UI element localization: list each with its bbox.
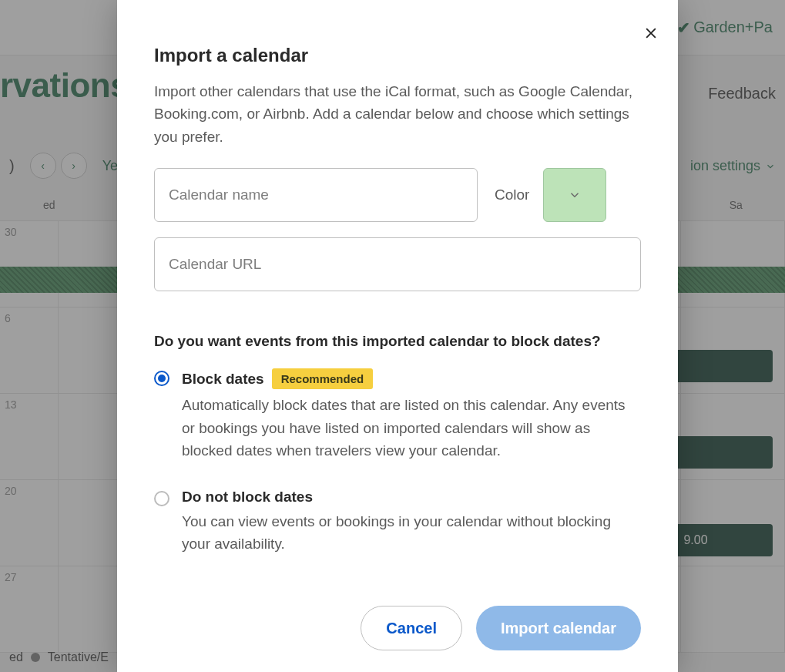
- radio-do-not-block[interactable]: [154, 491, 169, 506]
- close-icon: [643, 25, 659, 41]
- close-button[interactable]: [641, 23, 661, 43]
- option-title: Block dates: [182, 371, 264, 388]
- option-do-not-block[interactable]: Do not block dates You can view events o…: [154, 489, 641, 556]
- import-calendar-modal: Import a calendar Import other calendars…: [117, 0, 678, 672]
- option-description: Automatically block dates that are liste…: [182, 394, 641, 462]
- option-title: Do not block dates: [182, 489, 313, 506]
- option-block-dates[interactable]: Block dates Recommended Automatically bl…: [154, 368, 641, 462]
- block-dates-question: Do you want events from this imported ca…: [154, 333, 641, 350]
- option-description: You can view events or bookings in your …: [182, 510, 641, 556]
- calendar-url-input[interactable]: [154, 237, 641, 291]
- recommended-badge: Recommended: [272, 368, 374, 389]
- modal-title: Import a calendar: [154, 45, 641, 66]
- modal-footer: Cancel Import calendar: [154, 590, 641, 650]
- modal-description: Import other calendars that use the iCal…: [154, 80, 641, 148]
- color-label: Color: [495, 186, 529, 203]
- chevron-down-icon: [568, 188, 582, 202]
- cancel-button[interactable]: Cancel: [361, 606, 462, 650]
- calendar-name-input[interactable]: [154, 168, 478, 222]
- radio-block-dates[interactable]: [154, 371, 169, 386]
- color-picker-button[interactable]: [543, 168, 606, 222]
- import-calendar-button[interactable]: Import calendar: [476, 606, 641, 650]
